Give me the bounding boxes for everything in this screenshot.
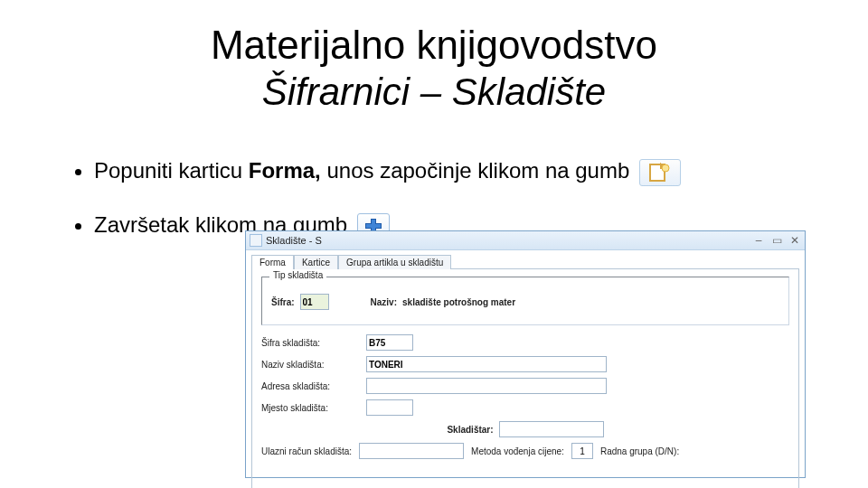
group-title: Tip skladišta xyxy=(269,270,326,280)
input-sifra[interactable] xyxy=(300,294,329,310)
app-window: Skladište - S – ▭ ✕ Forma Kartice Grupa … xyxy=(245,230,806,478)
window-icon xyxy=(250,234,262,247)
new-file-icon xyxy=(639,159,681,186)
lbl-naziv-skladista: Naziv skladišta: xyxy=(261,360,361,370)
svg-rect-5 xyxy=(366,224,381,228)
input-mjesto-skladista[interactable] xyxy=(366,399,413,416)
lbl-radna-grupa: Radna grupa (D/N): xyxy=(600,446,679,456)
lbl-mjesto-skladista: Mjesto skladišta: xyxy=(261,403,361,413)
input-sifra-skladista[interactable] xyxy=(366,334,413,351)
slide-subtitle: Šifrarnici – Skladište xyxy=(0,72,868,112)
tab-kartice[interactable]: Kartice xyxy=(294,255,338,269)
lbl-sifra-skladista: Šifra skladišta: xyxy=(261,338,361,348)
group-tip-skladista: Tip skladišta Šifra: Naziv: skladište po… xyxy=(261,277,789,325)
form-panel: Tip skladišta Šifra: Naziv: skladište po… xyxy=(251,269,799,488)
lbl-ulazni-racun: Ulazni račun skladišta: xyxy=(261,446,352,456)
tabs: Forma Kartice Grupa artikla u skladištu xyxy=(251,254,799,269)
window-title: Skladište - S xyxy=(266,235,322,246)
input-naziv-skladista[interactable] xyxy=(366,356,607,372)
tab-forma[interactable]: Forma xyxy=(251,255,294,269)
svg-point-1 xyxy=(662,164,669,172)
val-naziv: skladište potrošnog mater xyxy=(402,297,515,307)
maximize-icon[interactable]: ▭ xyxy=(770,234,783,247)
input-adresa-skladista[interactable] xyxy=(366,378,607,394)
lbl-skladistar: Skladištar: xyxy=(447,425,493,435)
window-controls: – ▭ ✕ xyxy=(752,234,801,247)
slide-title: Materijalno knjigovodstvo xyxy=(0,25,868,65)
titlebar: Skladište - S – ▭ ✕ xyxy=(246,231,805,250)
lbl-metoda: Metoda vođenja cijene: xyxy=(471,446,564,456)
input-ulazni-racun[interactable] xyxy=(359,443,464,459)
tab-grupa[interactable]: Grupa artikla u skladištu xyxy=(338,255,451,269)
lbl-sifra: Šifra: xyxy=(271,297,295,307)
input-metoda[interactable] xyxy=(571,443,593,459)
minimize-icon[interactable]: – xyxy=(752,234,765,247)
lbl-naziv: Naziv: xyxy=(371,297,397,307)
bullet-1: Popuniti karticu Forma, unos započinje k… xyxy=(94,157,834,186)
input-skladistar[interactable] xyxy=(499,421,604,437)
lbl-adresa-skladista: Adresa skladišta: xyxy=(261,381,361,391)
close-icon[interactable]: ✕ xyxy=(788,234,801,247)
